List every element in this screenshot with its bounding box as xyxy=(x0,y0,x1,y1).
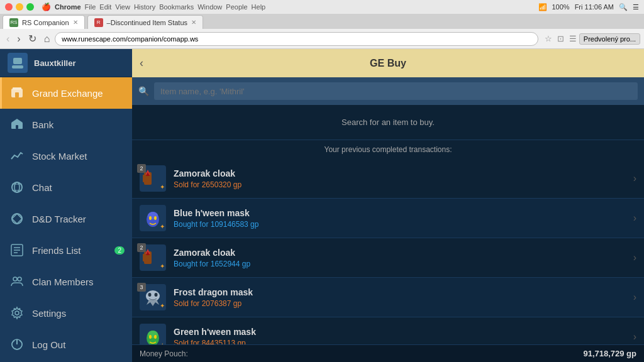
sidebar-username: Bauxtkiller xyxy=(34,58,75,68)
close-button[interactable] xyxy=(5,3,13,11)
address-bar[interactable]: www.runescape.com/companion/comapp.ws xyxy=(55,32,538,46)
address-text: www.runescape.com/companion/comapp.ws xyxy=(62,35,198,43)
transaction-item[interactable]: 2 ✦ Zamorak cloak Sold for 2650320 xyxy=(132,159,644,199)
transaction-item[interactable]: 3 ✦ Frost dragon mask xyxy=(132,278,644,317)
tab-close-2[interactable]: ✕ xyxy=(191,19,196,26)
transaction-item[interactable]: ✦ Blue h'ween mask Bought for 109146583 … xyxy=(132,199,644,238)
sidebar-item-stock-market[interactable]: Stock Market xyxy=(0,140,132,172)
search-icon[interactable]: 🔍 xyxy=(619,3,628,11)
menu-edit[interactable]: Edit xyxy=(99,3,111,11)
item-price: Sold for 84435113 gp xyxy=(174,339,628,345)
search-bar: 🔍 xyxy=(132,77,644,105)
main-content: ‹ GE Buy 🔍 Search for an item to buy. Yo… xyxy=(132,49,644,362)
minimize-button[interactable] xyxy=(16,3,23,11)
star-icon: ✦ xyxy=(160,342,165,344)
svg-point-19 xyxy=(15,311,19,315)
footer: Money Pouch: 91,718,729 gp xyxy=(132,344,644,362)
item-badge: 3 xyxy=(137,283,146,292)
menu-people[interactable]: People xyxy=(226,3,247,11)
sidebar-item-friends-list[interactable]: Friends List 2 xyxy=(0,234,132,266)
avatar xyxy=(8,53,28,73)
svg-rect-0 xyxy=(13,58,22,64)
svg-marker-6 xyxy=(11,119,23,123)
menu-window[interactable]: Window xyxy=(197,3,222,11)
transactions-label: Your previous completed transactions: xyxy=(132,140,644,159)
bank-icon xyxy=(9,117,25,132)
apple-menu[interactable]: 🍎 xyxy=(42,3,51,11)
tab-favicon-2: R xyxy=(94,18,103,27)
item-details: Green h'ween mask Sold for 84435113 gp xyxy=(174,327,628,345)
friends-list-icon xyxy=(9,243,25,258)
clock: Fri 11:06 AM xyxy=(575,3,614,11)
transaction-item[interactable]: 2 ✦ Zamorak cloak Bought for 165294 xyxy=(132,238,644,278)
menu-bookmarks[interactable]: Bookmarks xyxy=(159,3,194,11)
star-icon[interactable]: ☆ xyxy=(545,34,552,43)
svg-point-35 xyxy=(155,293,158,297)
sidebar-item-bank[interactable]: Bank xyxy=(0,109,132,140)
sidebar-item-log-out[interactable]: Log Out xyxy=(0,329,132,360)
svg-rect-3 xyxy=(13,87,21,89)
item-name: Blue h'ween mask xyxy=(174,208,628,218)
tab-rs-companion[interactable]: RS RS Companion ✕ xyxy=(3,15,85,29)
svg-point-27 xyxy=(149,216,152,220)
tab-discontinued[interactable]: R –Discontinued Item Status ✕ xyxy=(87,15,203,29)
extension-button[interactable]: Predvolený pro... xyxy=(579,33,640,45)
search-input[interactable] xyxy=(154,82,638,100)
home-button[interactable]: ⌂ xyxy=(42,32,53,46)
svg-rect-30 xyxy=(143,254,145,261)
menu-view[interactable]: View xyxy=(115,3,130,11)
item-name: Green h'ween mask xyxy=(174,327,628,337)
transaction-item[interactable]: ✦ Green h'ween mask Sold for 84435113 gp… xyxy=(132,317,644,344)
svg-point-17 xyxy=(13,277,17,281)
refresh-button[interactable]: ↻ xyxy=(26,31,39,46)
svg-rect-1 xyxy=(12,65,23,69)
page-icon[interactable]: ⊡ xyxy=(557,34,564,43)
chrome-menu-icon[interactable]: ☰ xyxy=(569,34,577,43)
battery-icon: 100% xyxy=(552,3,570,11)
sidebar-label-bank: Bank xyxy=(32,119,53,130)
svg-point-34 xyxy=(148,293,152,297)
sidebar-item-dd-tracker[interactable]: D&D Tracker xyxy=(0,203,132,234)
item-badge: 2 xyxy=(137,243,146,252)
search-icon: 🔍 xyxy=(138,86,149,96)
svg-rect-22 xyxy=(143,175,145,182)
sidebar-items: Grand Exchange Bank xyxy=(0,77,132,362)
svg-point-8 xyxy=(12,182,22,192)
fullscreen-button[interactable] xyxy=(26,3,34,11)
forward-button[interactable]: › xyxy=(14,32,23,46)
window-controls[interactable] xyxy=(5,3,34,11)
back-button[interactable]: ‹ xyxy=(140,57,143,70)
sidebar-item-grand-exchange[interactable]: Grand Exchange xyxy=(0,77,132,109)
menu-history[interactable]: History xyxy=(134,3,155,11)
item-details: Frost dragon mask Sold for 2076387 gp xyxy=(174,287,628,308)
sidebar-item-chat[interactable]: Chat xyxy=(0,172,132,203)
sidebar-label-settings: Settings xyxy=(32,308,66,319)
item-badge: 2 xyxy=(137,164,146,173)
item-icon: ✦ xyxy=(140,324,166,344)
item-details: Zamorak cloak Sold for 2650320 gp xyxy=(174,168,628,189)
chat-icon xyxy=(9,180,25,195)
sidebar-item-clan-members[interactable]: Clan Members xyxy=(0,266,132,297)
item-price: Sold for 2650320 gp xyxy=(174,180,628,189)
sidebar-label-clan-members: Clan Members xyxy=(32,277,94,287)
sidebar-label-log-out: Log Out xyxy=(32,339,65,350)
app-container: Bauxtkiller Grand Exchange xyxy=(0,49,644,362)
grand-exchange-icon xyxy=(9,85,25,101)
sidebar-item-settings[interactable]: Settings xyxy=(0,297,132,329)
menu-help[interactable]: Help xyxy=(252,3,266,11)
search-prompt: Search for an item to buy. xyxy=(132,105,644,140)
tab-label-2: –Discontinued Item Status xyxy=(107,19,187,26)
back-button[interactable]: ‹ xyxy=(4,32,12,46)
wifi-icon: 📶 xyxy=(538,3,547,11)
svg-point-18 xyxy=(18,277,21,281)
star-icon: ✦ xyxy=(160,184,165,190)
log-out-icon xyxy=(9,337,25,352)
browser-toolbar: ‹ › ↻ ⌂ www.runescape.com/companion/coma… xyxy=(0,29,644,49)
menu-file[interactable]: File xyxy=(85,3,96,11)
star-icon: ✦ xyxy=(160,302,165,309)
title-bar: 🍎 Chrome File Edit View History Bookmark… xyxy=(0,0,644,14)
menu-icon[interactable]: ☰ xyxy=(633,3,639,11)
tab-close-1[interactable]: ✕ xyxy=(73,19,78,26)
app-name: Chrome xyxy=(55,3,81,11)
item-name: Frost dragon mask xyxy=(174,287,628,297)
